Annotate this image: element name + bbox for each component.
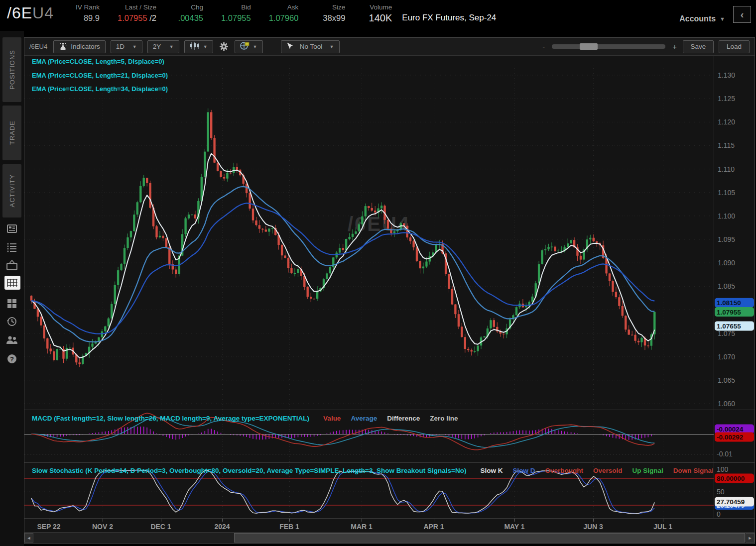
chevron-down-icon: ▼: [203, 44, 208, 49]
chart-settings-gear-icon[interactable]: [218, 42, 230, 51]
indicators-flask-icon: [59, 42, 67, 52]
svg-text:1.070: 1.070: [718, 353, 735, 361]
zoom-slider[interactable]: [552, 44, 665, 49]
svg-text:1.130: 1.130: [718, 71, 735, 79]
svg-text:NOV 2: NOV 2: [92, 523, 113, 531]
chevron-down-icon: ▼: [720, 16, 725, 22]
chart-scrollbar[interactable]: ◄ ►: [24, 532, 755, 543]
svg-text:1.120: 1.120: [718, 118, 735, 126]
share-people-icon[interactable]: [0, 332, 24, 347]
drawing-tool-dropdown[interactable]: No Tool ▼: [281, 40, 340, 53]
volume-field: Volume 140K: [363, 3, 392, 31]
chart-frame: /6EU4 Indicators 1D▼ 2Y▼ ▼: [24, 37, 755, 544]
zoom-slider-thumb[interactable]: [580, 43, 598, 50]
chart-symbol-label: /6EU4: [29, 43, 47, 50]
scrollbar-thumb[interactable]: [234, 533, 745, 543]
chart-grid-icon-active[interactable]: [4, 276, 20, 290]
last-size: /2: [149, 13, 156, 22]
last-price: 1.07955: [118, 13, 147, 22]
svg-text:1.065: 1.065: [718, 376, 735, 384]
ask-field: Ask 1.07960: [269, 3, 299, 31]
grid-layout-dropdown[interactable]: ▼: [235, 40, 263, 53]
svg-text:MAY 1: MAY 1: [504, 523, 524, 531]
svg-text:80.00000: 80.00000: [717, 475, 745, 482]
history-clock-icon[interactable]: [0, 314, 24, 329]
study-label-ema5[interactable]: EMA (Price=CLOSE, Length=5, Displace=0): [32, 58, 164, 65]
svg-text:1.105: 1.105: [718, 189, 735, 197]
study-label-macd[interactable]: MACD (Fast length=12, Slow length=26, MA…: [32, 415, 309, 422]
svg-text:1.125: 1.125: [718, 95, 735, 103]
zoom-out-button[interactable]: -: [541, 42, 546, 51]
svg-text:100: 100: [717, 465, 729, 473]
price-chart-canvas[interactable]: 1.1301.1251.1201.1151.1101.1051.1001.095…: [24, 56, 755, 532]
svg-text:0: 0: [717, 510, 721, 518]
last-size-field: Last / Size 1.07955 /2: [118, 3, 156, 31]
study-label-stochastic[interactable]: Slow Stochastic (K Period=14, D Period=3…: [32, 467, 466, 474]
chg-field: Chg .00435: [174, 3, 203, 31]
chart-type-dropdown[interactable]: ▼: [184, 40, 213, 53]
svg-text:1.095: 1.095: [718, 235, 735, 243]
svg-text:-0.01: -0.01: [717, 450, 733, 458]
sidebar-tab-trade[interactable]: TRADE: [2, 106, 21, 160]
svg-text:1.090: 1.090: [718, 259, 735, 267]
svg-text:SEP 22: SEP 22: [37, 523, 60, 531]
left-sidebar: POSITIONS TRADE ACTIVITY ?: [0, 31, 24, 546]
load-button[interactable]: Load: [719, 40, 750, 53]
svg-text:JUN 3: JUN 3: [583, 523, 603, 531]
chart-toolbar: /6EU4 Indicators 1D▼ 2Y▼ ▼: [24, 38, 755, 56]
svg-text:-0.00292: -0.00292: [717, 434, 743, 441]
help-icon[interactable]: ?: [0, 351, 24, 366]
bid-field: Bid 1.07955: [221, 3, 251, 31]
svg-text:DEC 1: DEC 1: [150, 523, 171, 531]
chevron-down-icon: ▼: [330, 44, 334, 49]
svg-text:1.100: 1.100: [718, 212, 735, 220]
svg-text:-0.00024: -0.00024: [717, 426, 744, 433]
svg-text:?: ?: [10, 355, 14, 363]
collapse-panel-button[interactable]: ‹: [733, 6, 751, 23]
chart-module: /6EU4 Indicators 1D▼ 2Y▼ ▼: [24, 31, 756, 546]
chevron-down-icon: ▼: [132, 44, 137, 49]
candlestick-chart-icon: [190, 42, 200, 51]
svg-text:27.70459: 27.70459: [717, 498, 745, 506]
svg-text:2024: 2024: [214, 523, 230, 531]
scroll-left-arrow[interactable]: ◄: [24, 533, 33, 543]
symbol-root: /6E: [7, 4, 32, 22]
svg-text:1.060: 1.060: [718, 400, 735, 408]
watchlist-icon[interactable]: [0, 240, 24, 255]
svg-text:1.08150: 1.08150: [717, 299, 741, 307]
news-icon[interactable]: [0, 221, 24, 236]
chevron-down-icon: ▼: [253, 44, 257, 49]
apps-grid-icon[interactable]: [0, 296, 24, 311]
globe-grid-icon: [240, 41, 250, 52]
accounts-menu[interactable]: Accounts ▼: [679, 7, 725, 31]
zoom-control: - +: [541, 42, 678, 51]
svg-text:1.115: 1.115: [718, 141, 735, 149]
indicators-button[interactable]: Indicators: [53, 40, 106, 53]
study-label-ema34[interactable]: EMA (Price=CLOSE, Length=34, Displace=0): [32, 85, 168, 93]
svg-text:JUL 1: JUL 1: [653, 523, 672, 531]
sidebar-tab-positions[interactable]: POSITIONS: [2, 37, 21, 102]
svg-text:1.07655: 1.07655: [717, 323, 741, 330]
cursor-arrow-icon: [286, 42, 293, 51]
zoom-in-button[interactable]: +: [671, 42, 678, 51]
symbol-title: /6EU4: [0, 0, 71, 31]
instrument-description: Euro FX Futures, Sep-24: [402, 13, 496, 31]
timeframe-dropdown[interactable]: 1D▼: [111, 40, 142, 53]
sidebar-tab-activity[interactable]: ACTIVITY: [2, 164, 21, 218]
quote-fields: IV Rank 89.9 Last / Size 1.07955 /2 Chg …: [71, 0, 392, 31]
scroll-right-arrow[interactable]: ►: [746, 533, 755, 543]
svg-text:50: 50: [717, 488, 725, 496]
size-field: Size 38x99: [316, 3, 345, 31]
svg-text:APR 1: APR 1: [423, 523, 444, 531]
trading-platform-window: /6EU4 IV Rank 89.9 Last / Size 1.07955 /…: [0, 0, 756, 546]
save-button[interactable]: Save: [683, 40, 714, 53]
svg-text:1.110: 1.110: [718, 165, 735, 173]
study-label-ema21[interactable]: EMA (Price=CLOSE, Length=21, Displace=0): [32, 72, 168, 79]
range-dropdown[interactable]: 2Y▼: [147, 40, 179, 53]
svg-text:1.07955: 1.07955: [717, 309, 741, 316]
iv-rank-field: IV Rank 89.9: [71, 3, 100, 31]
symbol-expiry: U4: [32, 4, 54, 22]
svg-text:FEB 1: FEB 1: [279, 523, 299, 531]
svg-text:1.085: 1.085: [718, 282, 735, 290]
tv-icon[interactable]: [0, 258, 24, 273]
